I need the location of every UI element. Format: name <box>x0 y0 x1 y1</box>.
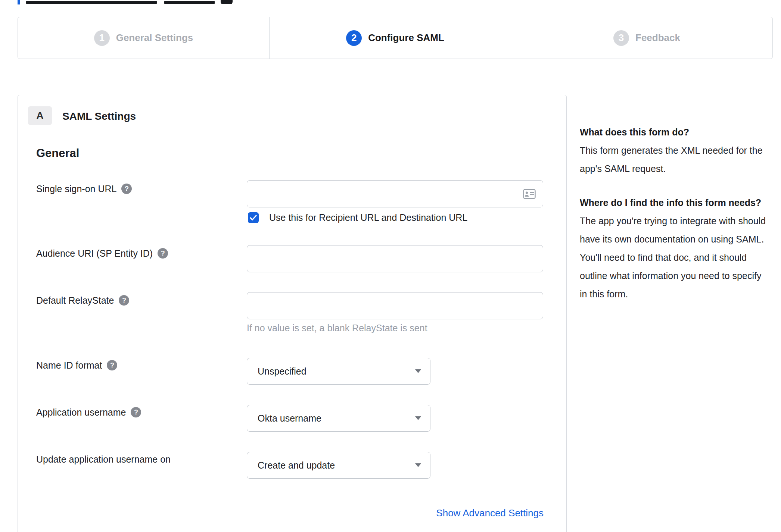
recipient-url-checkbox-label: Use this for Recipient URL and Destinati… <box>269 212 467 223</box>
audience-uri-label: Audience URI (SP Entity ID) ? <box>36 247 168 260</box>
sidebar-answer-2: The app you're trying to integrate with … <box>580 212 771 303</box>
help-sidebar: What does this form do? This form genera… <box>580 123 771 319</box>
nameid-format-dropdown[interactable]: Unspecified <box>247 358 430 385</box>
step-1-number-badge: 1 <box>94 30 110 46</box>
step-configure-saml[interactable]: 2 Configure SAML <box>269 17 521 59</box>
clipped-app-title-2 <box>164 1 215 4</box>
sidebar-answer-1: This form generates the XML needed for t… <box>580 141 771 178</box>
recipient-url-checkbox-row: Use this for Recipient URL and Destinati… <box>248 212 467 223</box>
saml-configuration-page: 1 General Settings 2 Configure SAML 3 Fe… <box>0 0 781 532</box>
show-advanced-settings-link[interactable]: Show Advanced Settings <box>436 507 544 519</box>
sidebar-question-2: Where do I find the info this form needs… <box>580 194 771 212</box>
update-username-label: Update application username on <box>36 453 171 466</box>
application-username-value: Okta username <box>258 413 415 424</box>
audience-uri-help-icon[interactable]: ? <box>158 248 168 259</box>
nameid-format-value: Unspecified <box>258 366 415 377</box>
nameid-format-label: Name ID format ? <box>36 359 117 372</box>
update-username-value: Create and update <box>258 460 415 471</box>
general-section-heading: General <box>36 147 79 160</box>
relaystate-label: Default RelayState ? <box>36 294 129 307</box>
sso-url-help-icon[interactable]: ? <box>121 184 132 194</box>
step-2-label: Configure SAML <box>368 32 444 44</box>
step-2-number-badge: 2 <box>346 30 362 46</box>
advanced-settings-row: Show Advanced Settings <box>247 507 544 519</box>
contact-card-icon[interactable] <box>523 189 536 199</box>
chevron-down-icon <box>415 416 421 420</box>
chevron-down-icon <box>415 463 421 467</box>
wizard-stepper: 1 General Settings 2 Configure SAML 3 Fe… <box>18 17 773 59</box>
nameid-format-help-icon[interactable]: ? <box>107 360 117 370</box>
saml-settings-panel: A SAML Settings General Single sign-on U… <box>18 95 567 532</box>
clipped-app-title <box>26 1 157 4</box>
step-3-number-badge: 3 <box>613 30 629 46</box>
relaystate-help-icon[interactable]: ? <box>119 295 129 306</box>
chevron-down-icon <box>415 369 421 373</box>
clipped-gear-icon <box>221 0 233 4</box>
audience-uri-input[interactable] <box>247 245 543 272</box>
sidebar-question-1: What does this form do? <box>580 123 771 141</box>
step-1-label: General Settings <box>116 32 193 44</box>
application-username-label: Application username ? <box>36 406 141 419</box>
recipient-url-checkbox[interactable] <box>248 212 259 223</box>
check-icon <box>250 215 257 220</box>
section-a-badge: A <box>28 106 52 125</box>
sso-url-label: Single sign-on URL ? <box>36 182 132 195</box>
relaystate-input[interactable] <box>247 292 543 319</box>
step-general-settings[interactable]: 1 General Settings <box>18 17 269 59</box>
step-3-label: Feedback <box>635 32 680 44</box>
update-username-dropdown[interactable]: Create and update <box>247 452 430 479</box>
step-feedback[interactable]: 3 Feedback <box>521 17 772 59</box>
application-username-help-icon[interactable]: ? <box>131 407 141 417</box>
application-username-dropdown[interactable]: Okta username <box>247 405 430 432</box>
sso-url-input-wrap <box>247 180 543 207</box>
relaystate-hint: If no value is set, a blank RelayState i… <box>247 323 427 334</box>
panel-title: SAML Settings <box>62 110 136 122</box>
sso-url-input[interactable] <box>247 180 543 207</box>
clipped-text-caret <box>18 0 20 4</box>
